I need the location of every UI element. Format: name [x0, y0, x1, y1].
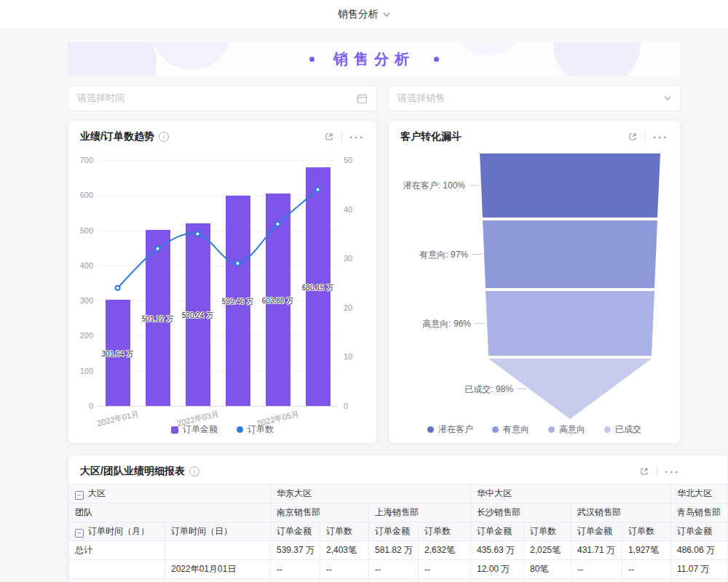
- region-header-cell: 华东大区: [271, 485, 471, 503]
- bar-value-label: 301.64 万: [102, 349, 133, 359]
- banner-decoration: [68, 42, 157, 76]
- collapse-icon[interactable]: −: [75, 491, 84, 500]
- legend-marker: [548, 426, 555, 433]
- y-axis-label: 700: [70, 156, 93, 164]
- funnel-card-title: 客户转化漏斗: [400, 130, 462, 143]
- legend-item[interactable]: 高意向: [548, 423, 585, 436]
- value-cell: 22.05 万: [471, 579, 524, 582]
- time-filter[interactable]: 请选择时间: [68, 85, 377, 111]
- value-cell: 581.82 万: [369, 541, 419, 560]
- topbar-title: 销售分析: [338, 8, 379, 21]
- more-menu-icon[interactable]: ···: [653, 132, 668, 143]
- dashboard-switcher[interactable]: 销售分析: [338, 8, 390, 21]
- more-menu-icon[interactable]: ···: [349, 132, 365, 143]
- day-cell: 2022年01月01日: [165, 560, 271, 579]
- y-axis-label: 300: [70, 296, 93, 305]
- value-cell: --: [320, 579, 369, 582]
- legend-marker: [171, 426, 178, 434]
- funnel-card-header: 客户转化漏斗 ···: [389, 121, 680, 149]
- legend-item[interactable]: 已成交: [604, 423, 641, 436]
- trend-card-header: 业绩/订单数趋势 i ···: [68, 121, 376, 149]
- collapse-icon[interactable]: −: [75, 529, 84, 538]
- region-corner-cell: −大区: [69, 485, 271, 503]
- export-icon[interactable]: [639, 466, 649, 477]
- y-axis-label: 500: [70, 226, 93, 235]
- secondary-y-axis-label: 30: [344, 254, 373, 263]
- legend-item[interactable]: 订单金额: [171, 423, 218, 436]
- funnel-stage[interactable]: [483, 220, 657, 288]
- banner: 销售分析: [68, 42, 681, 76]
- metric-header-cell: 订单数: [320, 522, 369, 541]
- title-dot: [434, 57, 439, 62]
- legend-label: 潜在客户: [438, 423, 473, 436]
- table-row: 2022年01月01日--------12.00 万80笔----11.07 万: [69, 560, 728, 579]
- line-point[interactable]: [276, 222, 280, 226]
- metric-header-cell: 订单金额: [571, 522, 622, 541]
- trend-card: 业绩/订单数趋势 i ··· 301.64 万501.12 万520.24 万5…: [68, 120, 377, 444]
- funnel-stage-label: 有意向: 97%: [419, 250, 468, 260]
- legend-label: 有意向: [503, 423, 529, 436]
- value-cell: --: [671, 579, 728, 582]
- trend-legend: 订单金额订单数: [68, 423, 376, 436]
- funnel-stage[interactable]: [480, 154, 660, 218]
- secondary-y-axis-label: 20: [344, 303, 373, 312]
- table-card-header: 大区/团队业绩明细报表 i ···: [68, 455, 727, 484]
- legend-label: 订单数: [248, 423, 274, 436]
- team-corner-cell: 团队: [69, 503, 271, 522]
- more-menu-icon[interactable]: ···: [665, 466, 680, 477]
- divider: [657, 467, 657, 476]
- funnel-stage[interactable]: [486, 291, 654, 356]
- value-cell: 80笔: [524, 560, 571, 579]
- line-point[interactable]: [316, 188, 320, 192]
- banner-title-text: 销售分析: [333, 49, 415, 69]
- trend-chart: 301.64 万501.12 万520.24 万599.46 万603.88 万…: [68, 150, 378, 426]
- title-dot: [309, 57, 314, 62]
- line-point[interactable]: [156, 247, 160, 251]
- metric-header-cell: 订单金额: [271, 522, 320, 541]
- region-header-cell: 华北大区: [671, 485, 728, 503]
- team-header-row: 团队南京销售部上海销售部长沙销售部武汉销售部青岛销售部: [69, 503, 728, 522]
- team-header-cell: 青岛销售部: [671, 503, 728, 522]
- team-header-cell: 长沙销售部: [471, 503, 571, 522]
- legend-marker: [237, 426, 243, 433]
- y-axis-label: 400: [70, 261, 93, 270]
- card-actions: ···: [324, 132, 365, 143]
- team-header-cell: 上海销售部: [369, 503, 471, 522]
- legend-label: 已成交: [615, 423, 641, 436]
- sales-filter[interactable]: 请选择销售: [388, 85, 681, 111]
- metric-header-cell: 订单金额: [671, 522, 728, 541]
- legend-item[interactable]: 订单数: [237, 423, 274, 436]
- day-column-header: 订单时间（日）: [165, 522, 271, 541]
- legend-item[interactable]: 潜在客户: [427, 423, 473, 436]
- value-cell: --: [271, 579, 320, 582]
- divider: [645, 132, 646, 141]
- value-cell: --: [622, 579, 671, 582]
- card-actions: ···: [628, 132, 668, 143]
- bar-value-label: 520.24 万: [182, 311, 213, 321]
- value-cell: --: [369, 579, 419, 582]
- funnel-svg: 潜在客户: 100%有意向: 97%高意向: 96%已成交: 98%: [389, 150, 681, 423]
- value-cell: 539.37 万: [271, 541, 320, 560]
- banner-decoration: [553, 42, 641, 76]
- table-card: 大区/团队业绩明细报表 i ··· −大区华东大区华中大区华北大区团队南京销售部…: [68, 455, 728, 582]
- card-actions: ···: [639, 466, 680, 477]
- info-icon[interactable]: i: [189, 466, 199, 477]
- info-icon[interactable]: i: [159, 132, 169, 142]
- line-point[interactable]: [196, 231, 200, 236]
- chevron-down-icon: [664, 96, 671, 100]
- export-icon[interactable]: [628, 132, 638, 142]
- month-cell: [69, 579, 165, 582]
- region-header-row: −大区华东大区华中大区华北大区: [69, 485, 728, 503]
- value-cell: 2,632笔: [419, 541, 471, 560]
- value-cell: 11.07 万: [671, 560, 728, 579]
- export-icon[interactable]: [324, 132, 334, 142]
- table-row: 总计539.37 万2,403笔581.82 万2,632笔435.63 万2,…: [69, 541, 728, 560]
- table-row: 2022年01月02日--------22.05 万90笔------: [69, 579, 728, 582]
- table-card-title: 大区/团队业绩明细报表 i: [80, 465, 199, 478]
- line-point[interactable]: [236, 261, 240, 266]
- value-cell: --: [419, 560, 471, 579]
- line-point[interactable]: [116, 286, 120, 290]
- trend-line[interactable]: [118, 190, 318, 288]
- legend-item[interactable]: 有意向: [492, 423, 529, 436]
- funnel-title-text: 客户转化漏斗: [400, 130, 462, 143]
